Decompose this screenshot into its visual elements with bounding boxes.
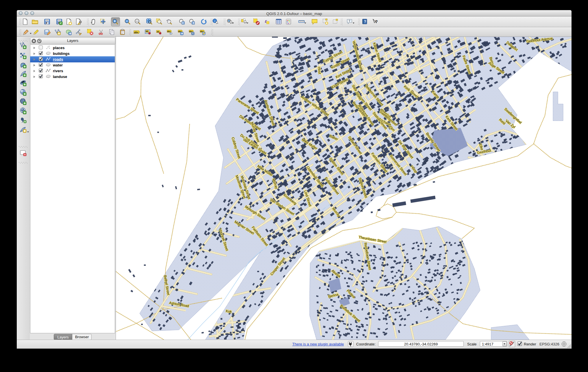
- svg-text:i: i: [214, 19, 215, 23]
- svg-text:abc: abc: [167, 30, 171, 32]
- svg-text:?: ?: [375, 19, 378, 24]
- svg-text:?: ?: [364, 20, 366, 24]
- svg-text:abc: abc: [178, 30, 182, 32]
- svg-text:ab: ab: [146, 30, 148, 32]
- svg-text:T: T: [349, 19, 350, 23]
- svg-text:abc: abc: [200, 30, 204, 32]
- svg-text:Kok: Kok: [225, 309, 232, 314]
- svg-text:ab: ab: [157, 31, 159, 33]
- svg-text:1:1: 1:1: [136, 20, 138, 22]
- svg-text:abc: abc: [189, 30, 193, 32]
- svg-text:abc: abc: [134, 31, 139, 34]
